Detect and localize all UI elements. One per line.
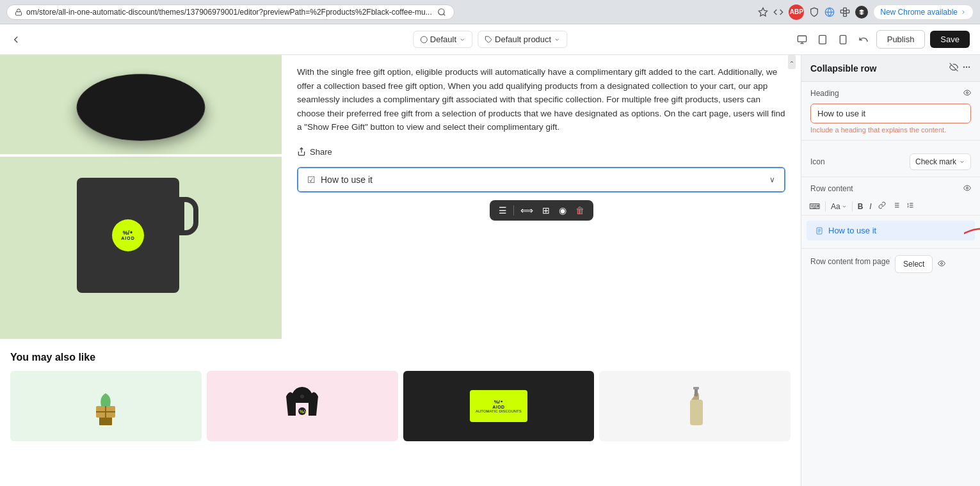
product-card-3[interactable]: %/∘ AIOD AUTOMATIC DISCOUNTS <box>403 371 595 441</box>
lock-icon <box>15 8 22 16</box>
scroll-up-btn[interactable] <box>788 55 796 69</box>
monitor-icon <box>797 35 807 45</box>
main-layout: %/∘ AIOD With the single free gift optio… <box>0 55 980 486</box>
heading-section-header: Heading <box>810 88 971 98</box>
mobile-icon-btn[interactable] <box>835 32 851 47</box>
heading-input[interactable] <box>810 104 971 123</box>
icon-select-dropdown[interactable]: Check mark <box>910 153 971 170</box>
profile-icon[interactable] <box>855 6 868 19</box>
icon-section: Icon Check mark <box>801 141 980 177</box>
more-horizontal-icon <box>962 63 971 72</box>
move-icon-btn[interactable]: ☰ <box>496 204 510 217</box>
svg-point-29 <box>966 67 967 67</box>
collapsible-row[interactable]: ☑ How to use it ∨ <box>297 167 785 192</box>
you-may-also-like-section: You may also like <box>0 339 801 451</box>
default-product-dropdown[interactable]: Default product <box>478 31 567 48</box>
section-title: You may also like <box>10 352 791 363</box>
from-page-row: Row content from page Select <box>810 255 971 273</box>
unordered-list-btn[interactable] <box>890 200 903 212</box>
chevron-down-2-icon <box>554 36 560 43</box>
collapsible-header-left: ☑ How to use it <box>307 175 373 185</box>
tablet-icon <box>817 35 828 45</box>
svg-point-9 <box>421 36 427 43</box>
font-size-btn[interactable]: Aa <box>828 201 849 212</box>
row-content-items: How to use it <box>801 216 980 248</box>
italic-btn[interactable]: I <box>867 201 874 212</box>
row-content-item[interactable]: How to use it <box>807 221 975 240</box>
search-browser-icon[interactable] <box>437 8 446 17</box>
product-card-4[interactable] <box>599 371 791 441</box>
collapsible-toolbar: ☰ ⟺ ⊞ ◉ 🗑 <box>490 200 593 221</box>
tablet-icon-btn[interactable] <box>815 32 830 47</box>
svg-point-1 <box>438 8 444 14</box>
translate-icon[interactable] <box>824 7 835 17</box>
aiod-box: %/∘ AIOD AUTOMATIC DISCOUNTS <box>470 390 527 422</box>
heading-eye-icon <box>963 89 971 97</box>
undo-icon-btn[interactable] <box>856 32 871 47</box>
align-icon-btn[interactable]: ⟺ <box>518 204 536 217</box>
ordered-list-icon <box>906 201 914 209</box>
from-page-eye-icon <box>938 260 945 267</box>
from-page-section: Row content from page Select <box>801 249 980 279</box>
code-icon[interactable] <box>773 7 783 17</box>
hide-panel-btn[interactable] <box>949 63 958 74</box>
source-btn[interactable]: ⌨ <box>807 201 823 212</box>
product-images: %/∘ AIOD <box>0 55 282 339</box>
bold-btn[interactable]: B <box>855 201 866 212</box>
user-avatar[interactable]: ABP <box>789 4 804 20</box>
save-button[interactable]: Save <box>930 31 970 48</box>
unordered-list-icon <box>892 201 900 209</box>
address-bar[interactable]: om/store/all-in-one-automatic-discount/t… <box>6 4 454 20</box>
product-card-1[interactable] <box>10 371 202 441</box>
collapsible-header[interactable]: ☑ How to use it ∨ <box>298 168 784 191</box>
star-icon[interactable] <box>758 7 768 17</box>
mug-handle <box>179 197 198 235</box>
product-info: With the single free gift option, eligib… <box>282 55 801 339</box>
svg-text:%/∘: %/∘ <box>300 409 307 414</box>
back-icon[interactable] <box>10 34 22 45</box>
heading-section: Heading Include a heading that explains … <box>801 82 980 141</box>
row-content-hide-btn[interactable] <box>963 184 971 194</box>
globe-icon <box>420 36 428 43</box>
product-card-2[interactable]: %/∘ <box>207 371 398 441</box>
more-icon-btn[interactable]: ◉ <box>556 204 569 217</box>
document-icon <box>815 227 823 235</box>
select-button[interactable]: Select <box>895 255 933 273</box>
collapsible-chevron-icon[interactable]: ∨ <box>769 175 775 184</box>
panel-title: Collapsible row <box>810 63 876 74</box>
svg-point-30 <box>969 67 970 67</box>
copy-icon-btn[interactable]: ⊞ <box>540 204 552 217</box>
rt-divider-1 <box>825 201 826 212</box>
product-disc <box>72 74 210 141</box>
shield-icon[interactable] <box>809 7 819 17</box>
new-chrome-badge[interactable]: New Chrome available <box>873 4 974 20</box>
card1-image <box>90 384 122 428</box>
from-page-hide-btn[interactable] <box>938 259 945 269</box>
topbar-left <box>10 34 22 45</box>
svg-rect-27 <box>693 387 699 389</box>
topbar-right: Publish Save <box>794 30 970 49</box>
svg-rect-10 <box>798 36 806 42</box>
collapsible-container: ☑ How to use it ∨ ☰ ⟺ ⊞ ◉ 🗑 <box>297 167 785 192</box>
chevron-down-1-icon <box>459 36 465 43</box>
row-content-section: Row content ⌨ Aa B I <box>801 177 980 249</box>
extensions-icon[interactable] <box>840 7 850 17</box>
preview-area[interactable]: %/∘ AIOD With the single free gift optio… <box>0 55 801 486</box>
share-row[interactable]: Share <box>297 147 785 157</box>
link-btn[interactable] <box>876 200 888 212</box>
panel-header: Collapsible row <box>801 55 980 82</box>
default-dropdown[interactable]: Default <box>413 31 472 48</box>
svg-rect-25 <box>690 400 703 425</box>
heading-hide-btn[interactable] <box>963 88 971 98</box>
share-icon <box>297 147 306 156</box>
more-options-btn[interactable] <box>962 63 971 74</box>
ordered-list-btn[interactable] <box>904 200 917 212</box>
browser-icons: ABP New Chrome available <box>758 4 974 20</box>
editor-topbar: Default Default product Publish Save <box>0 24 980 55</box>
delete-icon-btn[interactable]: 🗑 <box>573 204 587 217</box>
svg-point-47 <box>941 263 943 265</box>
chevron-up-icon <box>789 59 794 65</box>
product-image-bottom: %/∘ AIOD <box>0 157 282 339</box>
publish-button[interactable]: Publish <box>876 30 926 49</box>
desktop-icon-btn[interactable] <box>794 32 810 47</box>
